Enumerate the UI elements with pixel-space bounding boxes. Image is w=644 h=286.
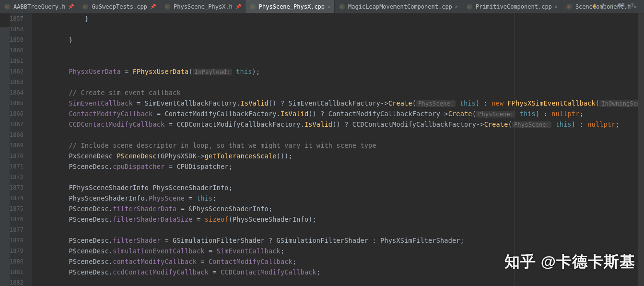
code-line[interactable]: PSceneDesc.contactModifyCallback = Conta… xyxy=(37,256,644,267)
code-line[interactable] xyxy=(37,172,644,182)
svg-text:c: c xyxy=(6,5,9,9)
right-margin-line xyxy=(514,13,515,286)
line-number: 1857⌃ xyxy=(10,13,23,24)
line-number: 1881 xyxy=(10,267,23,277)
tab-GuSweepTests-cpp[interactable]: cGuSweepTests.cpp📌 xyxy=(78,0,160,13)
tab-PrimitiveComponent-cpp[interactable]: cPrimitiveComponent.cpp✕ xyxy=(462,0,562,13)
code-line[interactable]: PSceneDesc.filterShader = GSimulationFil… xyxy=(37,235,644,246)
code-line[interactable] xyxy=(37,225,644,235)
warning-icon: ▲ xyxy=(593,2,597,9)
code-line[interactable]: PxSceneDesc PSceneDesc(GPhysXSDK->getTol… xyxy=(37,151,644,161)
line-number: 1882 xyxy=(10,277,23,286)
line-number: 1878 xyxy=(10,235,23,246)
cpp-file-icon: c xyxy=(4,3,11,10)
line-number: 1858 xyxy=(10,24,23,35)
svg-text:c: c xyxy=(341,5,343,9)
line-number: 1861 xyxy=(10,56,23,66)
code-line[interactable]: } xyxy=(37,13,644,24)
line-number: 1875 xyxy=(10,203,23,214)
code-line[interactable]: PSceneDesc.filterShaderData = &PhysScene… xyxy=(37,203,644,214)
tab-label: PhysScene_PhysX.h xyxy=(174,3,233,10)
tab-label: PhysScene_PhysX.cpp xyxy=(259,3,325,10)
line-number: 1865 xyxy=(10,98,23,108)
warning-count: 7 xyxy=(601,2,605,9)
fold-icon[interactable]: ⌃ xyxy=(20,35,23,45)
line-number: 1862 xyxy=(10,66,23,77)
line-number: 1873 xyxy=(10,182,23,193)
tab-Actor-cpp[interactable]: cActor.cpp✕ xyxy=(641,0,644,13)
line-number: 1876 xyxy=(10,214,23,225)
cpp-file-icon: c xyxy=(249,3,256,10)
code-line[interactable]: PhysSceneShaderInfo.PhysScene = this; xyxy=(37,193,644,203)
code-line[interactable]: PSceneDesc.cpuDispatcher = CPUDispatcher… xyxy=(37,161,644,172)
svg-text:c: c xyxy=(251,5,254,9)
cpp-file-icon: c xyxy=(466,3,473,10)
line-number: 1879 xyxy=(10,246,23,256)
tab-label: AABBTreeQuery.h xyxy=(13,3,65,10)
line-number-gutter: 1857⌃18581859⌃18601861186218631864186518… xyxy=(10,13,32,286)
line-number: 1877 xyxy=(10,225,23,235)
cpp-file-icon: c xyxy=(339,3,345,10)
scrollbar-track[interactable] xyxy=(638,13,644,286)
tab-PhysScene-PhysX-h[interactable]: cPhysScene_PhysX.h📌 xyxy=(160,0,246,13)
code-line[interactable]: FPhysSceneShaderInfo PhysSceneShaderInfo… xyxy=(37,182,644,193)
code-line[interactable]: PSceneDesc.filterShaderDataSize = sizeof… xyxy=(37,214,644,225)
code-line[interactable] xyxy=(37,56,644,66)
code-line[interactable] xyxy=(37,45,644,56)
line-number: 1866 xyxy=(10,108,23,119)
code-area[interactable]: } } PhysxUserData = FPhysxUserData(InPay… xyxy=(32,13,644,286)
code-line[interactable]: PSceneDesc.simulationEventCallback = Sim… xyxy=(37,246,644,256)
code-line[interactable]: PSceneDesc.ccdContactModifyCallback = CC… xyxy=(37,267,644,277)
code-line[interactable]: PhysxUserData = FPhysxUserData(InPayload… xyxy=(37,66,644,77)
fold-icon[interactable]: ⌃ xyxy=(20,13,23,24)
line-number: 1874 xyxy=(10,193,23,203)
cpp-file-icon: c xyxy=(566,3,573,10)
line-number: 1868 xyxy=(10,130,23,140)
line-number: 1864 xyxy=(10,87,23,98)
tab-PhysScene-PhysX-cpp[interactable]: cPhysScene_PhysX.cpp✕ xyxy=(246,0,335,13)
pin-icon[interactable]: 📌 xyxy=(235,4,241,9)
line-number: 1871 xyxy=(10,161,23,172)
cpp-file-icon: c xyxy=(82,3,89,10)
cpp-file-icon: c xyxy=(164,3,171,10)
pass-count: 68 xyxy=(618,2,625,9)
pin-icon[interactable]: 📌 xyxy=(150,4,156,9)
code-line[interactable] xyxy=(37,277,644,286)
editor-tabs: cAABBTreeQuery.h📌cGuSweepTests.cpp📌cPhys… xyxy=(0,0,644,13)
tab-label: GuSweepTests.cpp xyxy=(92,3,147,10)
pin-icon[interactable]: 📌 xyxy=(68,4,74,9)
tab-label: MagicLeapMovementComponent.cpp xyxy=(348,3,452,10)
line-number: 1880 xyxy=(10,256,23,267)
line-number: 1870 xyxy=(10,151,23,161)
editor-area: 1857⌃18581859⌃18601861186218631864186518… xyxy=(0,13,644,286)
close-icon[interactable]: ✕ xyxy=(455,4,458,9)
svg-text:c: c xyxy=(468,5,470,9)
line-number: 1869 xyxy=(10,140,23,151)
code-line[interactable] xyxy=(37,130,644,140)
inspection-widget[interactable]: ▲7 ✔68 👁 xyxy=(593,2,635,9)
line-number: 1859⌃ xyxy=(10,35,23,45)
code-line[interactable]: SimEventCallback = SimEventCallbackFacto… xyxy=(37,98,644,108)
eye-icon: 👁 xyxy=(630,2,635,9)
tab-MagicLeapMovementComponent-cpp[interactable]: cMagicLeapMovementComponent.cpp✕ xyxy=(335,0,462,13)
code-line[interactable]: CCDContactModifyCallback = CCDContactMod… xyxy=(37,119,644,130)
svg-text:c: c xyxy=(84,5,87,9)
code-line[interactable]: // Create sim event callback xyxy=(37,87,644,98)
tab-label: PrimitiveComponent.cpp xyxy=(476,3,552,10)
code-line[interactable]: } xyxy=(37,35,644,45)
close-icon[interactable]: ✕ xyxy=(328,4,330,9)
code-line[interactable]: ContactModifyCallback = ContactModifyCal… xyxy=(37,108,644,119)
svg-text:c: c xyxy=(166,5,169,9)
line-number: 1872 xyxy=(10,172,23,182)
line-number: 1867 xyxy=(10,119,23,130)
close-icon[interactable]: ✕ xyxy=(555,4,558,9)
svg-text:c: c xyxy=(568,5,570,9)
line-number: 1860 xyxy=(10,45,23,56)
tab-AABBTreeQuery-h[interactable]: cAABBTreeQuery.h📌 xyxy=(0,0,78,13)
left-gutter-bar xyxy=(0,27,10,286)
code-line[interactable]: // Include scene descriptor in loop, so … xyxy=(37,140,644,151)
line-number: 1863 xyxy=(10,77,23,87)
check-icon: ✔ xyxy=(609,2,613,9)
code-line[interactable] xyxy=(37,77,644,87)
code-line[interactable] xyxy=(37,24,644,35)
